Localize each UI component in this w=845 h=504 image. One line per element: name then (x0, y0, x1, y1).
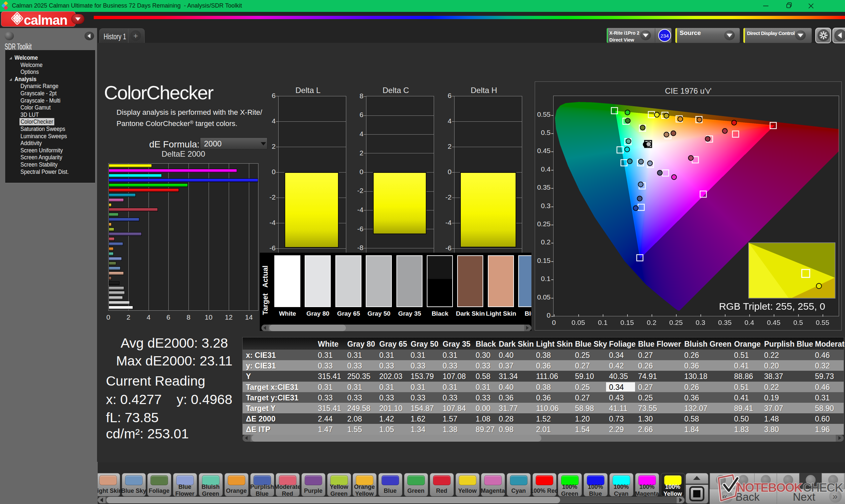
svg-text:NOTEBOOK: NOTEBOOK (737, 481, 803, 494)
svg-text:CHECK: CHECK (803, 481, 844, 494)
